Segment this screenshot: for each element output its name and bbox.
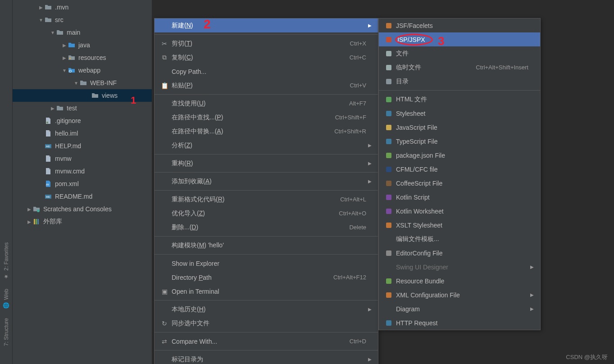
tree-item-pom-xml[interactable]: mpom.xml xyxy=(13,177,152,190)
submenu-item[interactable]: Kotlin Worksheet xyxy=(379,204,540,218)
menu-item[interactable]: 删除...(D)Delete xyxy=(155,220,378,234)
submenu-item[interactable]: JavaScript File xyxy=(379,120,540,134)
submenu-item[interactable]: HTML 文件 xyxy=(379,92,540,106)
submenu-item[interactable]: XML Configuration File▶ xyxy=(379,288,540,302)
menu-label: 查找使用(U) xyxy=(170,100,349,108)
submenu-item[interactable]: HTTP Request xyxy=(379,316,540,330)
menu-item[interactable]: 重新格式化代码(R)Ctrl+Alt+L xyxy=(155,192,378,206)
submenu-item[interactable]: Swing UI Designer▶ xyxy=(379,260,540,274)
menu-item[interactable]: Copy Path... xyxy=(155,64,378,78)
copy-icon: ⧉ xyxy=(159,54,170,61)
submenu-item[interactable]: XSLT Stylesheet xyxy=(379,218,540,232)
menu-item[interactable]: ⧉复制(C)Ctrl+C xyxy=(155,50,378,64)
submenu-item[interactable]: JSF/Facelets xyxy=(379,18,540,32)
menu-item[interactable]: ↻同步选中文件 xyxy=(155,316,378,330)
submenu-label: TypeScript File xyxy=(394,138,528,145)
submenu-item[interactable]: CFML/CFC file xyxy=(379,162,540,176)
menu-item[interactable]: 📋粘贴(P)Ctrl+V xyxy=(155,78,378,92)
menu-shortcut: Ctrl+C xyxy=(350,54,366,61)
folder-icon xyxy=(44,16,52,24)
tree-item-webapp[interactable]: ▼webapp xyxy=(13,64,152,77)
submenu-label: JSP/JSPX xyxy=(394,36,528,43)
submenu-item[interactable]: 编辑文件模板... xyxy=(379,232,540,246)
submenu-item[interactable]: package.json File xyxy=(379,148,540,162)
submenu-shortcut: Ctrl+Alt+Shift+Insert xyxy=(476,64,528,71)
menu-shortcut: Ctrl+Shift+R xyxy=(334,128,366,135)
tree-item--gitignore[interactable]: .gitignore xyxy=(13,114,152,127)
menu-item[interactable]: 在路径中查找...(P)Ctrl+Shift+F xyxy=(155,110,378,124)
menu-item[interactable]: 构建模块(M) 'hello' xyxy=(155,238,378,252)
menu-shortcut: Alt+F7 xyxy=(349,100,366,107)
submenu-item[interactable]: CoffeeScript File xyxy=(379,176,540,190)
term-icon: ▣ xyxy=(159,288,170,295)
svg-text:MD: MD xyxy=(46,196,50,198)
tool-window-bar: ★ 2: Favorites 🌐 Web 7: Structure xyxy=(0,0,13,364)
menu-item[interactable]: 在路径中替换...(A)Ctrl+Shift+R xyxy=(155,124,378,138)
cut-icon: ✂ xyxy=(159,40,170,47)
submenu-label: Stylesheet xyxy=(394,110,528,117)
tree-item-readme-md[interactable]: MDREADME.md xyxy=(13,190,152,203)
tab-web[interactable]: 🌐 Web xyxy=(0,284,12,314)
tree-item-hello-iml[interactable]: hello.iml xyxy=(13,127,152,140)
menu-item[interactable]: 查找使用(U)Alt+F7 xyxy=(155,96,378,110)
menu-item[interactable]: 本地历史(H)▶ xyxy=(155,302,378,316)
submenu-item[interactable]: 文件 xyxy=(379,46,540,60)
sync-icon: ↻ xyxy=(159,320,170,327)
tab-structure[interactable]: 7: Structure xyxy=(0,314,12,350)
menu-item[interactable]: Show in Explorer xyxy=(155,256,378,270)
submenu-item[interactable]: Resource Bundle xyxy=(379,274,540,288)
tree-item-mvnw[interactable]: mvnw xyxy=(13,152,152,165)
svg-rect-11 xyxy=(37,219,39,224)
submenu-item[interactable]: TypeScript File xyxy=(379,134,540,148)
menu-item[interactable]: 重构(R)▶ xyxy=(155,156,378,170)
submenu-item[interactable]: Kotlin Script xyxy=(379,190,540,204)
f-api-icon xyxy=(383,319,394,327)
tree-item-java[interactable]: ▶java xyxy=(13,39,152,51)
menu-label: Copy Path... xyxy=(170,68,366,75)
tree-item-resources[interactable]: ▶resources xyxy=(13,51,152,64)
menu-item[interactable]: 分析(Z)▶ xyxy=(155,138,378,152)
menu-item[interactable]: Directory PathCtrl+Alt+F12 xyxy=(155,270,378,284)
submenu-item[interactable]: 目录 xyxy=(379,74,540,88)
submenu-arrow-icon: ▶ xyxy=(366,307,372,312)
chevron-icon: ▶ xyxy=(38,5,44,10)
submenu-item[interactable]: EditorConfig File xyxy=(379,246,540,260)
tree-item-web-inf[interactable]: ▼WEB-INF xyxy=(13,77,152,89)
submenu-item[interactable]: JSP/JSPX xyxy=(379,32,540,46)
menu-item[interactable]: 优化导入(Z)Ctrl+Alt+O xyxy=(155,206,378,220)
f-pkg-icon xyxy=(383,152,394,159)
menu-item[interactable]: ✂剪切(T)Ctrl+X xyxy=(155,36,378,50)
tree-item-test[interactable]: ▶test xyxy=(13,102,152,114)
menu-shortcut: Ctrl+D xyxy=(350,338,366,345)
project-tree[interactable]: ▶.mvn▼src▼main▶java▶resources▼webapp▼WEB… xyxy=(13,0,152,364)
f-js-icon xyxy=(383,124,394,131)
f-h-icon xyxy=(383,22,394,29)
submenu-label: package.json File xyxy=(394,152,528,159)
svg-rect-16 xyxy=(386,79,391,84)
svg-rect-20 xyxy=(386,139,391,144)
submenu-item[interactable]: Stylesheet xyxy=(379,106,540,120)
tree-item-scratches-and-consoles[interactable]: ▶Scratches and Consoles xyxy=(13,203,152,215)
menu-item[interactable]: 新建(N)▶ xyxy=(155,18,378,32)
f-jsp-icon xyxy=(383,36,394,43)
libs-icon xyxy=(32,218,41,226)
tree-item--[interactable]: ▶外部库 xyxy=(13,215,152,228)
tree-label: HELP.md xyxy=(55,142,81,150)
submenu-arrow-icon: ▶ xyxy=(366,23,372,28)
folder-b-icon xyxy=(68,41,76,49)
tab-favorites[interactable]: ★ 2: Favorites xyxy=(0,238,12,284)
tree-item-views[interactable]: views xyxy=(13,89,152,102)
submenu-item[interactable]: 临时文件Ctrl+Alt+Shift+Insert xyxy=(379,60,540,74)
menu-item[interactable]: ⇄Compare With...Ctrl+D xyxy=(155,334,378,348)
submenu-item[interactable]: Diagram▶ xyxy=(379,302,540,316)
menu-item[interactable]: 标记目录为▶ xyxy=(155,352,378,364)
tree-item--mvn[interactable]: ▶.mvn xyxy=(13,1,152,14)
file-icon xyxy=(44,167,52,175)
chevron-icon: ▼ xyxy=(73,81,79,86)
tree-item-main[interactable]: ▼main xyxy=(13,26,152,39)
tree-item-help-md[interactable]: MDHELP.md xyxy=(13,140,152,152)
menu-item[interactable]: ▣Open in Terminal xyxy=(155,284,378,298)
tree-item-src[interactable]: ▼src xyxy=(13,14,152,26)
tree-item-mvnw-cmd[interactable]: mvnw.cmd xyxy=(13,165,152,177)
menu-item[interactable]: 添加到收藏(A)▶ xyxy=(155,174,378,188)
